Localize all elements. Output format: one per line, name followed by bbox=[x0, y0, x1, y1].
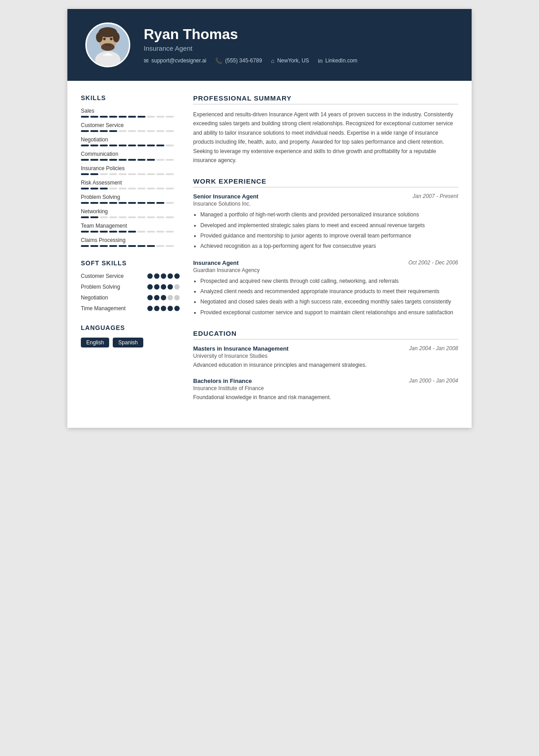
dots bbox=[147, 273, 180, 279]
dot bbox=[154, 273, 159, 279]
avatar-container bbox=[85, 22, 130, 67]
skill-name: Team Management bbox=[81, 223, 180, 229]
soft-skills-section: SOFT SKILLS Customer Service Problem Sol… bbox=[81, 259, 180, 312]
dot bbox=[147, 273, 153, 279]
languages-title: LANGUAGES bbox=[81, 324, 180, 331]
contact-item-linkedin: inLinkedIn.com bbox=[318, 57, 358, 64]
summary-title: PROFESSIONAL SUMMARY bbox=[193, 94, 458, 105]
header-name: Ryan Thomas bbox=[144, 26, 454, 43]
skill-item: Claims Processing bbox=[81, 237, 180, 247]
dot bbox=[147, 284, 153, 290]
contact-label: NewYork, US bbox=[277, 57, 309, 64]
location-icon: ⌂ bbox=[271, 57, 274, 64]
skill-item: Insurance Policies bbox=[81, 165, 180, 175]
job-date: Jan 2007 - Present bbox=[413, 193, 458, 199]
edu-degree: Bachelors in Finance bbox=[193, 378, 252, 384]
skill-name: Problem Solving bbox=[81, 194, 180, 200]
skill-name: Claims Processing bbox=[81, 237, 180, 243]
contact-label: (555) 345-6789 bbox=[225, 57, 262, 64]
dot bbox=[174, 306, 180, 311]
edu-desc: Foundational knowledge in finance and ri… bbox=[193, 393, 458, 402]
body: SKILLS Sales Customer Service Negotiatio… bbox=[67, 81, 472, 428]
main-content: PROFESSIONAL SUMMARY Experienced and res… bbox=[193, 94, 458, 414]
education-section: EDUCATION Masters in Insurance Managemen… bbox=[193, 330, 458, 402]
svg-point-5 bbox=[113, 32, 119, 43]
email-icon: ✉ bbox=[144, 57, 149, 64]
soft-skill-name: Customer Service bbox=[81, 273, 147, 279]
edu-desc: Advanced education in insurance principl… bbox=[193, 361, 458, 369]
skill-item: Negotiation bbox=[81, 136, 180, 146]
edu-header: Bachelors in Finance Jan 2000 - Jan 2004 bbox=[193, 378, 458, 384]
language-tag: Spanish bbox=[113, 338, 143, 347]
skill-item: Problem Solving bbox=[81, 194, 180, 204]
job-item: Insurance Agent Oct 2002 - Dec 2006 Guar… bbox=[193, 259, 458, 317]
resume: Ryan Thomas Insurance Agent ✉support@cvd… bbox=[67, 9, 472, 428]
job-title: Senior Insurance Agent bbox=[193, 193, 258, 200]
svg-point-7 bbox=[103, 38, 106, 40]
skill-bar bbox=[81, 116, 180, 118]
contact-label: LinkedIn.com bbox=[325, 57, 357, 64]
skill-bar bbox=[81, 188, 180, 189]
bullet: Managed a portfolio of high-net-worth cl… bbox=[200, 211, 458, 219]
svg-point-6 bbox=[101, 43, 115, 51]
work-title: WORK EXPERIENCE bbox=[193, 177, 458, 188]
work-section: WORK EXPERIENCE Senior Insurance Agent J… bbox=[193, 177, 458, 317]
contact-item-location: ⌂NewYork, US bbox=[271, 57, 309, 64]
bullet: Provided exceptional customer service an… bbox=[200, 308, 458, 317]
dot bbox=[154, 284, 159, 290]
soft-skill-item: Negotiation bbox=[81, 294, 180, 301]
phone-icon: 📞 bbox=[215, 57, 222, 64]
job-company: Guardian Insurance Agency bbox=[193, 267, 458, 273]
dot bbox=[168, 273, 173, 279]
education-item: Bachelors in Finance Jan 2000 - Jan 2004… bbox=[193, 378, 458, 402]
skill-item: Customer Service bbox=[81, 122, 180, 132]
edu-date: Jan 2004 - Jan 2008 bbox=[409, 345, 458, 352]
dot bbox=[147, 306, 153, 311]
language-tags: EnglishSpanish bbox=[81, 338, 180, 347]
sidebar: SKILLS Sales Customer Service Negotiatio… bbox=[81, 94, 180, 414]
skill-bar bbox=[81, 130, 180, 132]
header: Ryan Thomas Insurance Agent ✉support@cvd… bbox=[67, 9, 472, 81]
skill-bar bbox=[81, 202, 180, 204]
summary-text: Experienced and results-driven Insurance… bbox=[193, 110, 458, 165]
dot bbox=[154, 295, 159, 300]
header-info: Ryan Thomas Insurance Agent ✉support@cvd… bbox=[144, 26, 454, 64]
skill-name: Insurance Policies bbox=[81, 165, 180, 171]
skill-bar bbox=[81, 159, 180, 161]
header-contacts: ✉support@cvdesigner.ai📞(555) 345-6789⌂Ne… bbox=[144, 57, 454, 64]
education-item: Masters in Insurance Management Jan 2004… bbox=[193, 345, 458, 369]
svg-point-8 bbox=[110, 38, 113, 40]
skill-name: Sales bbox=[81, 108, 180, 114]
skill-name: Negotiation bbox=[81, 136, 180, 143]
soft-skills-list: Customer Service Problem Solving Negotia… bbox=[81, 273, 180, 312]
job-item: Senior Insurance Agent Jan 2007 - Presen… bbox=[193, 193, 458, 251]
dot bbox=[174, 295, 180, 300]
dot bbox=[161, 295, 166, 300]
job-company: Insurance Solutions Inc. bbox=[193, 201, 458, 207]
skills-section: SKILLS Sales Customer Service Negotiatio… bbox=[81, 94, 180, 247]
dot bbox=[161, 284, 166, 290]
skill-bar bbox=[81, 216, 180, 218]
bullet: Analyzed client needs and recommended ap… bbox=[200, 287, 458, 296]
contact-item-phone: 📞(555) 345-6789 bbox=[215, 57, 262, 64]
dot bbox=[168, 295, 173, 300]
edu-header: Masters in Insurance Management Jan 2004… bbox=[193, 345, 458, 352]
soft-skill-name: Problem Solving bbox=[81, 284, 147, 290]
contact-item-email: ✉support@cvdesigner.ai bbox=[144, 57, 206, 64]
avatar bbox=[85, 22, 130, 67]
skills-list: Sales Customer Service Negotiation Commu… bbox=[81, 108, 180, 247]
soft-skill-name: Time Management bbox=[81, 305, 147, 312]
dot bbox=[168, 284, 173, 290]
skill-item: Networking bbox=[81, 208, 180, 218]
svg-point-4 bbox=[96, 32, 103, 43]
skill-bar bbox=[81, 245, 180, 247]
job-bullets: Prospected and acquired new clients thro… bbox=[193, 277, 458, 317]
edu-school: Insurance Institute of Finance bbox=[193, 385, 458, 391]
skill-name: Risk Assessment bbox=[81, 180, 180, 186]
edu-degree: Masters in Insurance Management bbox=[193, 345, 288, 352]
linkedin-icon: in bbox=[318, 57, 323, 64]
languages-section: LANGUAGES EnglishSpanish bbox=[81, 324, 180, 347]
skills-title: SKILLS bbox=[81, 94, 180, 101]
education-list: Masters in Insurance Management Jan 2004… bbox=[193, 345, 458, 402]
dot bbox=[161, 306, 166, 311]
